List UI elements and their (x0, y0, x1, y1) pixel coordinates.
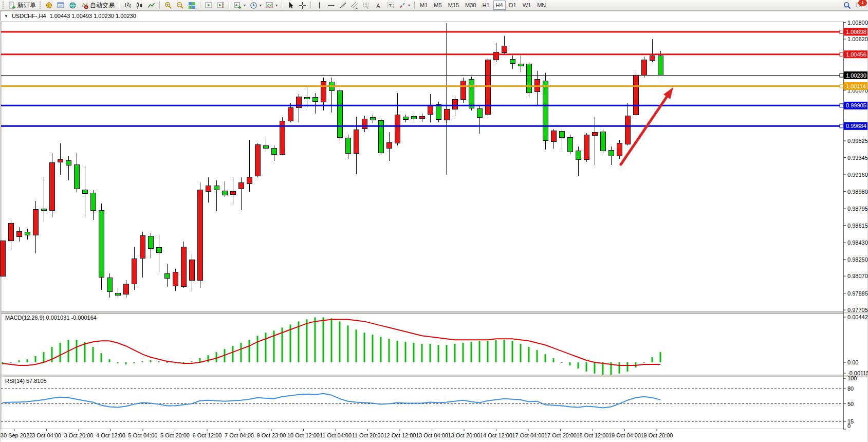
navigator-button[interactable] (67, 1, 79, 10)
cursor-tool-button[interactable] (285, 1, 297, 10)
arrows-tool-button[interactable]: ▾ (396, 1, 412, 10)
toolbar-separator (200, 2, 201, 9)
level-anchor-marker[interactable] (840, 30, 843, 33)
toolbar-separator (119, 2, 120, 9)
candle-down (156, 247, 161, 252)
level-anchor-marker[interactable] (840, 52, 843, 56)
candle-down (403, 117, 408, 119)
candle-up (584, 135, 589, 159)
timeframe-m5[interactable]: M5 (431, 1, 444, 10)
macd-histogram-bar (454, 344, 456, 362)
auto-scroll-button[interactable] (203, 1, 215, 10)
crystal-icon (45, 2, 53, 9)
search-icon[interactable] (843, 2, 851, 9)
macd-histogram-bar (430, 344, 431, 362)
candle-up (592, 132, 597, 135)
fibonacci-tool-button[interactable]: F (361, 1, 373, 10)
candle-up (247, 177, 252, 184)
new-chart-button[interactable]: ▾ (232, 1, 248, 10)
timeframe-h1[interactable]: H1 (479, 1, 492, 10)
vertical-line-tool-button[interactable] (313, 1, 325, 10)
macd-histogram-bar (479, 341, 481, 362)
zoom-in-button[interactable] (162, 1, 174, 10)
timeframe-h4[interactable]: H4 (493, 1, 506, 10)
timeframe-mn[interactable]: MN (534, 1, 548, 10)
price-tick-label: 0.98250 (847, 256, 868, 263)
new-order-button[interactable]: 新订单 (6, 1, 38, 10)
candle-up (386, 142, 392, 148)
timeframe-w1[interactable]: W1 (520, 1, 534, 10)
auto-trading-button[interactable]: 自动交易 (79, 1, 117, 10)
candle-up (49, 163, 54, 211)
timeframe-m15[interactable]: M15 (446, 1, 461, 10)
price-tick-label: 0.99345 (847, 155, 868, 161)
candle-up (255, 144, 260, 176)
horizontal-line-tool-button[interactable] (325, 1, 337, 10)
time-label: 18 Oct 12:00 (577, 432, 609, 438)
line-chart-button[interactable] (145, 1, 157, 10)
time-label: 14 Oct 12:00 (480, 432, 512, 438)
chart-canvas[interactable]: 1.008001.006201.000700.995250.993450.991… (0, 21, 868, 442)
crosshair-icon (299, 2, 306, 9)
level-anchor-marker[interactable] (840, 124, 843, 128)
macd-histogram-bar (602, 362, 604, 375)
macd-histogram-bar (232, 346, 234, 362)
level-anchor-marker[interactable] (840, 73, 843, 77)
toolbar-grip[interactable] (40, 2, 42, 9)
time-label: 17 Oct 04:00 (512, 432, 545, 438)
trendline-tool-button[interactable] (337, 1, 349, 10)
equidistant-channel-tool-button[interactable]: E (349, 1, 361, 10)
level-anchor-marker[interactable] (840, 104, 843, 107)
macd-histogram-bar (495, 340, 497, 362)
candle-up (173, 272, 178, 286)
tile-windows-button[interactable] (186, 1, 198, 10)
price-tick-label: 0.98980 (847, 189, 868, 195)
crosshair-tool-button[interactable] (297, 1, 308, 10)
macd-histogram-bar (471, 342, 472, 362)
timeframe-m1[interactable]: M1 (417, 1, 430, 10)
timeframe-m30[interactable]: M30 (463, 1, 478, 10)
macd-histogram-bar (167, 362, 168, 363)
rsi-tick-label: 50 (847, 401, 854, 407)
bar-chart-icon (124, 2, 132, 9)
text-label-tool-button[interactable]: T (384, 1, 396, 10)
candle-up (16, 232, 22, 237)
chart-shift-button[interactable] (215, 1, 227, 10)
time-label: 30 Sep 2022 (1, 432, 32, 438)
macd-histogram-bar (397, 341, 398, 362)
new-order-icon (8, 2, 16, 9)
candle-down (469, 80, 474, 108)
collapse-icon[interactable]: ▼ (4, 14, 8, 19)
macd-histogram-bar (298, 321, 300, 362)
chat-button[interactable]: 1 (855, 2, 863, 9)
toolbar-grip[interactable] (3, 2, 5, 9)
candlestick-chart-button[interactable] (134, 1, 145, 10)
macd-histogram-bar (405, 342, 407, 362)
dropdown-icon: ▾ (244, 3, 246, 8)
macd-histogram-bar (413, 343, 415, 362)
candle-up (354, 130, 359, 154)
market-watch-button[interactable] (55, 1, 67, 10)
macd-histogram-bar (586, 362, 587, 372)
candle-up (123, 284, 128, 294)
time-label: 12 Oct 12:00 (384, 432, 416, 438)
level-anchor-marker[interactable] (840, 84, 843, 88)
candle-up (428, 106, 433, 115)
price-tag-label: 1.00456 (846, 51, 866, 58)
bar-chart-button[interactable] (122, 1, 134, 10)
profiles-button[interactable]: ▾ (248, 1, 264, 10)
zoom-out-button[interactable] (174, 1, 186, 10)
candle-down (263, 145, 268, 148)
horizontal-line-icon (327, 2, 335, 9)
text-tool-button[interactable]: A (373, 1, 384, 10)
price-tag-label: 0.99905 (846, 102, 866, 108)
toolbar-separator (282, 2, 283, 9)
candle-down (115, 293, 120, 296)
candle-up (0, 241, 5, 276)
vertical-line-icon (316, 2, 323, 9)
candle-down (576, 151, 581, 159)
indicators-button[interactable]: ▾ (264, 1, 280, 10)
timeframe-d1[interactable]: D1 (507, 1, 519, 10)
macd-histogram-bar (249, 340, 250, 362)
quotes-button[interactable] (43, 1, 55, 10)
